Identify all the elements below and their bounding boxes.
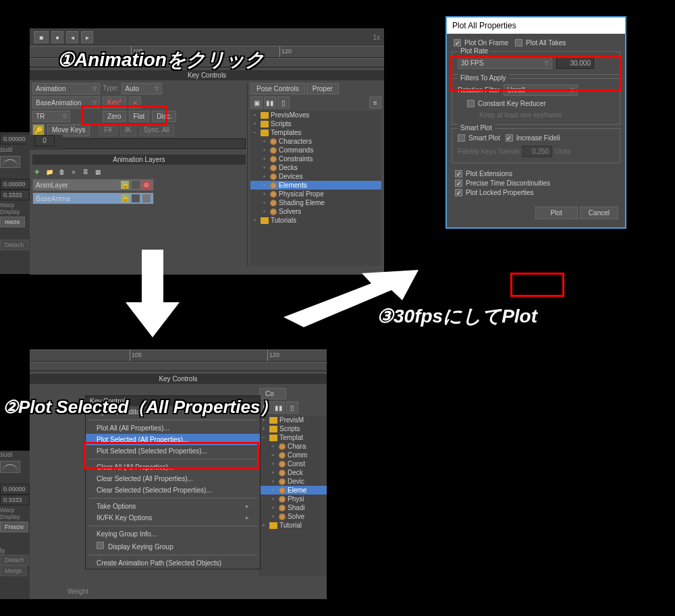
value-field[interactable]: 0.00000 [0, 134, 30, 144]
tree-toggle-icon[interactable]: + [262, 426, 267, 432]
tree-item[interactable]: +Commands [250, 146, 381, 155]
menu-item[interactable]: IK/FK Key Options [86, 512, 260, 524]
ik-button[interactable]: IK [120, 124, 136, 136]
layers-icon[interactable]: ≡ [69, 167, 78, 177]
tree-toggle-icon[interactable]: + [253, 112, 259, 118]
tree-toggle-icon[interactable]: − [253, 130, 259, 136]
freeze-button[interactable]: Freeze [0, 522, 28, 532]
tr-dropdown[interactable]: TR [32, 111, 70, 122]
tree-toggle-icon[interactable]: − [262, 435, 267, 441]
tree-item[interactable]: +Solve [259, 512, 327, 521]
menu-item[interactable]: Display Keying Group [86, 540, 260, 553]
mute-icon[interactable]: ⊘ [142, 181, 151, 189]
asset-tree[interactable]: +PrevisMoves+Scripts−Templates+Character… [250, 111, 381, 266]
solo-icon[interactable] [132, 181, 140, 189]
tree-toggle-icon[interactable]: + [263, 165, 268, 171]
tree-toggle-icon[interactable]: + [271, 505, 277, 511]
plot-on-frame-check[interactable]: Plot On Frame [454, 39, 508, 47]
tree-item[interactable]: +Solvers [250, 207, 381, 216]
tab-properties[interactable]: Proper [306, 83, 339, 94]
tree-item[interactable]: +Tutorial [259, 521, 327, 530]
plot-all-takes-check[interactable]: Plot All Takes [515, 39, 566, 47]
cancel-button[interactable]: Cancel [580, 206, 618, 219]
tab-pose-controls[interactable]: Pose Controls [250, 83, 305, 94]
ref-input[interactable] [53, 138, 246, 149]
animation-button[interactable]: Animation [32, 83, 100, 94]
value-field[interactable]: 0.00000 [0, 179, 30, 190]
merge-button[interactable]: Merge [0, 565, 27, 576]
menu-item[interactable]: Plot All (All Properties)... [86, 422, 260, 434]
tree-toggle-icon[interactable]: + [263, 191, 268, 197]
value-field[interactable]: 0.3333 [0, 190, 30, 200]
tree-item[interactable]: +Deck [259, 468, 327, 477]
constant-key-check[interactable]: Constant Key Reducer [467, 100, 546, 107]
precise-time-check[interactable]: Precise Time Discontinuities [455, 179, 617, 187]
tree-item[interactable]: +Scripts [259, 424, 327, 433]
sync-button[interactable]: Sync. All [139, 124, 174, 136]
mute-icon[interactable] [142, 194, 151, 202]
tree-item[interactable]: +Elements [250, 181, 381, 190]
list-icon[interactable]: ≡ [369, 96, 381, 109]
tree-item[interactable]: +Shadi [259, 503, 327, 512]
toolbar-icon[interactable]: ▯ [286, 401, 298, 414]
toolbar-icon[interactable]: ▣ [250, 96, 263, 109]
menu-item[interactable]: Keying Group Info... [86, 528, 260, 540]
tree-toggle-icon[interactable]: + [271, 487, 277, 493]
menu-item[interactable]: Clear Selected (Selected Properties)... [86, 484, 260, 496]
tree-toggle-icon[interactable]: + [263, 182, 268, 188]
tree-item[interactable]: +Devices [250, 172, 381, 181]
tree-toggle-icon[interactable]: + [271, 461, 277, 467]
layer-row[interactable]: BaseAnima 🔓 [32, 192, 154, 204]
menu-item[interactable]: Clear Selected (All Properties)... [86, 473, 260, 484]
tree-item[interactable]: +Decks [250, 163, 381, 172]
rec-icon[interactable]: ● [51, 31, 63, 43]
tree-item[interactable]: +Scripts [250, 119, 381, 128]
tree-item[interactable]: +Physi [259, 495, 327, 503]
detach-button[interactable]: Detach [0, 555, 29, 565]
stop-icon[interactable]: ■ [34, 31, 49, 43]
asset-tree[interactable]: +PrevisM+Scripts−Templat+Chara+Comm+Cons… [259, 416, 327, 576]
tree-toggle-icon[interactable]: + [271, 478, 277, 484]
pause-icon[interactable]: ▮▮ [264, 96, 276, 109]
tree-toggle-icon[interactable]: + [263, 138, 268, 144]
tree-item[interactable]: +Comm [259, 451, 327, 459]
tree-toggle-icon[interactable]: + [253, 121, 259, 127]
menu-item[interactable]: Create Animation Path (Selected Objects) [86, 557, 260, 569]
tree-item[interactable]: +Const [259, 459, 327, 468]
tree-toggle-icon[interactable]: + [271, 443, 277, 449]
type-dropdown[interactable]: Auto [122, 83, 162, 94]
tree-toggle-icon[interactable]: + [263, 156, 268, 162]
curve-icon[interactable] [0, 156, 20, 168]
tree-item[interactable]: −Templates [250, 128, 381, 137]
tree-item[interactable]: +Physical Prope [250, 190, 381, 198]
tree-toggle-icon[interactable]: + [262, 522, 267, 528]
plot-extensions-check[interactable]: Plot Extensions [455, 170, 617, 177]
fidelity-value[interactable]: 0.250 [522, 146, 552, 157]
tree-item[interactable]: +Eleme [259, 486, 327, 495]
step-fwd-icon[interactable]: ▸ [81, 31, 93, 43]
tree-item[interactable]: +Characters [250, 137, 381, 146]
tree-toggle-icon[interactable]: + [263, 147, 268, 153]
tree-toggle-icon[interactable]: + [271, 452, 277, 458]
add-layer-icon[interactable]: ✚ [32, 167, 42, 177]
trash-icon[interactable]: 🗑 [57, 167, 66, 177]
layers3-icon[interactable]: ▦ [93, 167, 103, 177]
value-field[interactable]: 0.3333 [0, 495, 30, 505]
tree-toggle-icon[interactable]: + [263, 200, 268, 206]
plot-button[interactable]: Plot [535, 206, 578, 219]
zero-field[interactable]: 0 [26, 135, 63, 150]
timeline-ruler[interactable]: 105 120 [30, 349, 327, 362]
tree-item[interactable]: +Shading Eleme [250, 198, 381, 207]
tree-toggle-icon[interactable]: + [271, 496, 277, 502]
folder-icon[interactable]: 📁 [45, 167, 54, 177]
smart-plot-check[interactable]: Smart Plot [458, 134, 500, 142]
tree-item[interactable]: +PrevisMoves [250, 111, 381, 119]
layer-row[interactable]: AnimLayer 🔓 ⊘ [32, 179, 154, 191]
solo-icon[interactable] [132, 194, 140, 202]
value-field[interactable]: 0.00000 [0, 484, 30, 495]
tree-toggle-icon[interactable]: + [253, 217, 259, 223]
lock-icon[interactable]: 🔓 [121, 181, 129, 189]
freeze-button[interactable]: reeze [0, 217, 25, 227]
increase-fidelity-check[interactable]: Increase Fideli [506, 134, 560, 142]
menu-item[interactable]: Take Options [86, 501, 260, 512]
